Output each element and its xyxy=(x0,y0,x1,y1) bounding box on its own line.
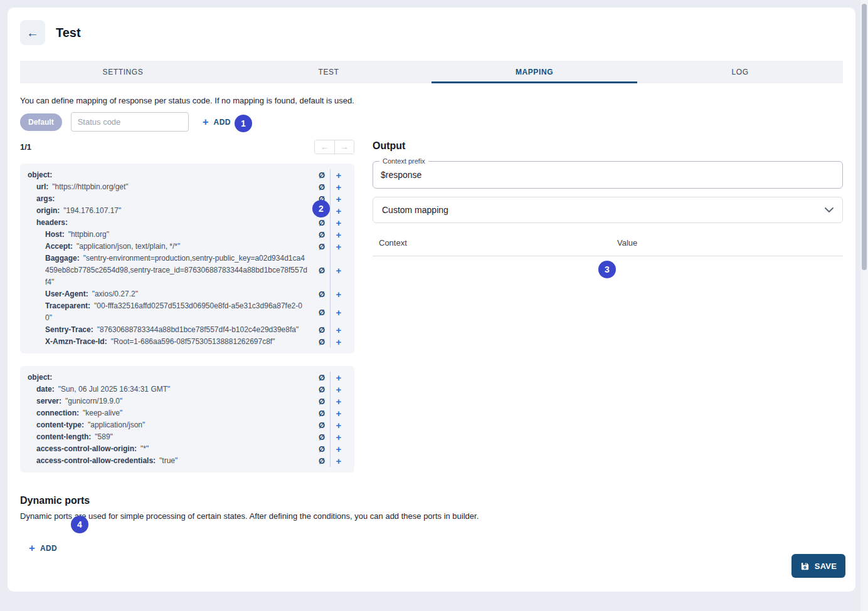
tree-value: "589" xyxy=(95,432,113,441)
set-null-button[interactable]: Ø xyxy=(314,372,330,384)
tree-key: access-control-allow-credentials: xyxy=(36,456,156,465)
add-mapping-button[interactable]: + xyxy=(331,169,347,181)
add-mapping-button[interactable]: + xyxy=(331,229,347,241)
default-chip[interactable]: Default xyxy=(20,113,62,131)
plus-icon: + xyxy=(336,289,342,300)
set-null-button[interactable]: Ø xyxy=(314,169,330,181)
tree-row: args: Ø + xyxy=(28,193,347,205)
null-set-icon: Ø xyxy=(319,230,325,239)
back-button[interactable]: ← xyxy=(20,20,45,45)
tree-key: content-type: xyxy=(36,420,84,429)
status-code-row: Default + ADD xyxy=(20,112,843,132)
add-mapping-button[interactable]: + xyxy=(331,336,347,348)
set-null-button[interactable]: Ø xyxy=(314,336,330,348)
add-mapping-button[interactable]: + xyxy=(331,407,347,419)
add-dynamic-port-button[interactable]: + ADD xyxy=(26,541,60,555)
save-icon xyxy=(800,561,810,571)
set-null-button[interactable]: Ø xyxy=(314,288,330,300)
add-mapping-button[interactable]: + xyxy=(331,288,347,300)
prev-page-button[interactable]: ← xyxy=(315,140,334,154)
tree-text: access-control-allow-origin:"*" xyxy=(28,443,314,455)
null-set-icon: Ø xyxy=(319,397,325,406)
context-prefix-field[interactable]: Context prefix $response xyxy=(373,161,843,189)
null-set-icon: Ø xyxy=(319,266,325,275)
null-set-icon: Ø xyxy=(319,385,325,394)
add-mapping-button[interactable]: + xyxy=(331,443,347,455)
set-null-button[interactable]: Ø xyxy=(314,241,330,253)
next-page-button[interactable]: → xyxy=(334,140,354,154)
tree-row: X-Amzn-Trace-Id:"Root=1-686aa596-08f5753… xyxy=(28,336,347,348)
add-status-code-button[interactable]: + ADD xyxy=(200,115,233,128)
plus-icon: + xyxy=(336,206,342,216)
tree-key: Traceparent: xyxy=(45,301,90,310)
add-mapping-button[interactable]: + xyxy=(331,431,347,443)
plus-icon: + xyxy=(336,432,342,442)
tree-key: User-Agent: xyxy=(45,290,88,298)
response-body-tree: object: Ø + url:"https://httpbin.org/get… xyxy=(20,164,354,353)
page-scrollbar[interactable] xyxy=(860,0,868,611)
tree-row: object: Ø + xyxy=(28,169,347,181)
add-mapping-button[interactable]: + xyxy=(331,300,347,324)
add-mapping-button[interactable]: + xyxy=(331,324,347,336)
tree-key: X-Amzn-Trace-Id: xyxy=(45,337,107,346)
set-null-button[interactable]: Ø xyxy=(314,384,330,395)
status-code-input[interactable] xyxy=(71,112,189,132)
tree-key: Accept: xyxy=(45,242,73,251)
custom-mapping-panel[interactable]: Custom mapping xyxy=(373,197,843,223)
tree-row: Host:"httpbin.org" Ø + xyxy=(28,229,347,241)
plus-icon: + xyxy=(336,325,342,335)
add-mapping-button[interactable]: + xyxy=(331,217,347,229)
tab-test[interactable]: TEST xyxy=(226,61,431,83)
set-null-button[interactable]: Ø xyxy=(314,395,330,407)
set-null-button[interactable]: Ø xyxy=(314,253,330,288)
set-null-button[interactable]: Ø xyxy=(314,407,330,419)
tab-log[interactable]: LOG xyxy=(637,61,843,83)
tab-mapping[interactable]: MAPPING xyxy=(431,61,637,83)
tree-text: Baggage:"sentry-environment=production,s… xyxy=(28,253,314,288)
add-mapping-button[interactable]: + xyxy=(331,193,347,205)
save-button[interactable]: SAVE xyxy=(791,554,845,578)
set-null-button[interactable]: Ø xyxy=(314,455,330,467)
tree-row: origin:"194.176.107.17" Ø + xyxy=(28,205,347,217)
tree-value: "httpbin.org" xyxy=(68,230,109,239)
add-mapping-button[interactable]: + xyxy=(331,253,347,288)
set-null-button[interactable]: Ø xyxy=(314,431,330,443)
tree-row: Sentry-Trace:"87630688783344a88bd1bce78f… xyxy=(28,324,347,336)
plus-icon: + xyxy=(336,408,342,419)
plus-icon: + xyxy=(336,337,342,347)
add-mapping-button[interactable]: + xyxy=(331,181,347,193)
add-mapping-button[interactable]: + xyxy=(331,241,347,253)
tab-bar: SETTINGS TEST MAPPING LOG xyxy=(20,61,843,83)
annotation-badge-4: 4 xyxy=(71,516,88,533)
scrollbar-thumb[interactable] xyxy=(862,4,867,270)
set-null-button[interactable]: Ø xyxy=(314,229,330,241)
null-set-icon: Ø xyxy=(319,444,325,454)
add-mapping-button[interactable]: + xyxy=(331,205,347,217)
add-mapping-button[interactable]: + xyxy=(331,455,347,467)
add-mapping-button[interactable]: + xyxy=(331,384,347,395)
tab-settings[interactable]: SETTINGS xyxy=(20,61,226,83)
tree-row: access-control-allow-origin:"*" Ø + xyxy=(28,443,347,455)
null-set-icon: Ø xyxy=(319,182,325,192)
set-null-button[interactable]: Ø xyxy=(314,324,330,336)
tree-value: "application/json" xyxy=(88,420,145,429)
tab-mapping-label: MAPPING xyxy=(516,68,553,76)
null-set-icon: Ø xyxy=(319,242,325,251)
set-null-button[interactable]: Ø xyxy=(314,300,330,324)
tree-row: User-Agent:"axios/0.27.2" Ø + xyxy=(28,288,347,300)
null-set-icon: Ø xyxy=(319,373,325,382)
set-null-button[interactable]: Ø xyxy=(314,443,330,455)
add-mapping-button[interactable]: + xyxy=(331,419,347,431)
add-mapping-button[interactable]: + xyxy=(331,372,347,384)
set-null-button[interactable]: Ø xyxy=(314,181,330,193)
dynamic-ports-heading: Dynamic ports xyxy=(20,495,843,506)
plus-icon: + xyxy=(336,384,342,395)
plus-icon: + xyxy=(29,543,35,553)
tree-key: origin: xyxy=(36,206,60,215)
add-mapping-button[interactable]: + xyxy=(331,395,347,407)
back-arrow-icon: ← xyxy=(26,26,39,40)
tree-text: connection:"keep-alive" xyxy=(28,407,314,419)
set-null-button[interactable]: Ø xyxy=(314,217,330,229)
set-null-button[interactable]: Ø xyxy=(314,419,330,431)
annotation-badge-2: 2 xyxy=(312,200,330,217)
